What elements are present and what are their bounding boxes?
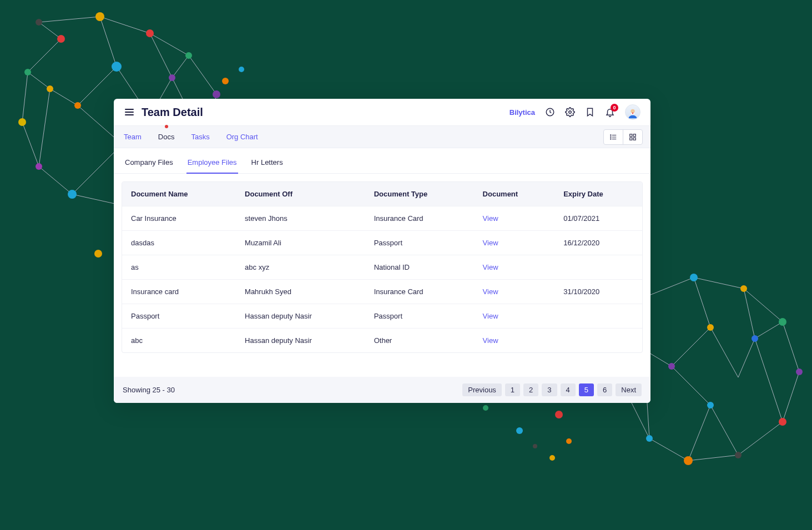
notification-badge: 0 bbox=[611, 104, 618, 112]
svg-rect-46 bbox=[633, 134, 636, 136]
svg-point-44 bbox=[611, 138, 611, 139]
table-cell bbox=[554, 329, 642, 353]
svg-point-36 bbox=[569, 111, 572, 114]
table-cell bbox=[554, 304, 642, 329]
svg-point-22 bbox=[796, 369, 803, 375]
column-header: Document Name bbox=[122, 182, 236, 206]
table-cell: 16/12/2020 bbox=[554, 231, 642, 255]
page-next-button[interactable]: Next bbox=[616, 383, 642, 396]
nav-tab-docs[interactable]: Docs bbox=[156, 126, 177, 148]
subtab-company-files[interactable]: Company Files bbox=[124, 155, 174, 173]
table-cell: Mahrukh Syed bbox=[236, 280, 365, 304]
table-row: PassportHassan deputy NasirPassportView bbox=[122, 304, 642, 329]
svg-rect-47 bbox=[630, 138, 632, 140]
svg-point-0 bbox=[95, 12, 104, 21]
content-area: Document NameDocument OffDocument TypeDo… bbox=[114, 174, 650, 377]
table-cell: Muzamil Ali bbox=[236, 231, 365, 255]
svg-point-26 bbox=[646, 435, 653, 442]
avatar[interactable] bbox=[625, 104, 640, 120]
svg-point-43 bbox=[611, 137, 611, 137]
table-cell: Hassan deputy Nasir bbox=[236, 329, 365, 353]
svg-point-2 bbox=[185, 52, 192, 59]
nav-tab-org-chart[interactable]: Org Chart bbox=[224, 126, 260, 148]
svg-point-33 bbox=[707, 402, 714, 408]
bookmark-icon[interactable] bbox=[585, 107, 595, 117]
subtab-employee-files[interactable]: Employee Files bbox=[186, 155, 238, 173]
view-link[interactable]: View bbox=[483, 336, 498, 345]
page-prev-button[interactable]: Previous bbox=[462, 383, 502, 396]
table-cell: Passport bbox=[122, 304, 236, 329]
grid-view-icon[interactable] bbox=[623, 130, 642, 144]
table-cell: Insurance card bbox=[122, 280, 236, 304]
svg-point-37 bbox=[631, 109, 634, 113]
summary-text: Showing 25 - 30 bbox=[123, 386, 175, 394]
navbar: TeamDocsTasksOrg Chart bbox=[114, 125, 650, 148]
subtab-hr-letters[interactable]: Hr Letters bbox=[250, 155, 284, 173]
svg-point-30 bbox=[707, 324, 714, 331]
page-button-3[interactable]: 3 bbox=[542, 383, 557, 396]
svg-rect-48 bbox=[633, 138, 636, 140]
nav-tab-team[interactable]: Team bbox=[122, 126, 144, 148]
table-cell: Insurance Card bbox=[365, 206, 474, 231]
svg-point-25 bbox=[684, 456, 693, 465]
table-cell: steven Jhons bbox=[236, 206, 365, 231]
table-row: Insurance cardMahrukh SyedInsurance Card… bbox=[122, 280, 642, 304]
column-header: Document Off bbox=[236, 182, 365, 206]
table-row: abcHassan deputy NasirOtherView bbox=[122, 329, 642, 353]
table-cell: Passport bbox=[365, 231, 474, 255]
svg-point-13 bbox=[112, 62, 122, 72]
svg-point-14 bbox=[74, 102, 81, 109]
svg-point-3 bbox=[213, 90, 220, 98]
page-button-2[interactable]: 2 bbox=[523, 383, 538, 396]
view-link[interactable]: View bbox=[483, 214, 498, 223]
list-view-icon[interactable] bbox=[604, 130, 623, 144]
svg-point-8 bbox=[36, 163, 42, 170]
table-cell: 01/07/2021 bbox=[554, 206, 642, 231]
svg-point-10 bbox=[24, 69, 31, 75]
page-button-5[interactable]: 5 bbox=[579, 383, 594, 396]
page-button-6[interactable]: 6 bbox=[597, 383, 612, 396]
table-cell: Hassan deputy Nasir bbox=[236, 304, 365, 329]
column-header: Document bbox=[474, 182, 555, 206]
view-link[interactable]: View bbox=[483, 287, 498, 296]
page-title: Team Detail bbox=[142, 106, 203, 119]
table-footer: Showing 25 - 30 Previous123456Next bbox=[114, 377, 650, 403]
svg-rect-45 bbox=[630, 134, 632, 136]
svg-point-31 bbox=[752, 335, 758, 342]
table-cell: Car Insurance bbox=[122, 206, 236, 231]
table-cell: Other bbox=[365, 329, 474, 353]
menu-icon[interactable] bbox=[124, 107, 135, 118]
svg-point-11 bbox=[57, 35, 65, 43]
page-button-1[interactable]: 1 bbox=[505, 383, 520, 396]
column-header: Document Type bbox=[365, 182, 474, 206]
svg-point-32 bbox=[668, 363, 675, 370]
view-link[interactable]: View bbox=[483, 239, 498, 247]
topbar: Team Detail Bilytica 0 bbox=[114, 99, 650, 125]
table-cell: dasdas bbox=[122, 231, 236, 255]
view-link[interactable]: View bbox=[483, 312, 498, 320]
table-cell: 31/10/2020 bbox=[554, 280, 642, 304]
bell-icon[interactable]: 0 bbox=[605, 107, 615, 117]
table-cell: abc xyz bbox=[236, 255, 365, 280]
svg-point-23 bbox=[779, 418, 786, 426]
page-button-4[interactable]: 4 bbox=[561, 383, 576, 396]
clock-icon[interactable] bbox=[545, 107, 555, 117]
svg-point-42 bbox=[611, 134, 611, 135]
table-cell: abc bbox=[122, 329, 236, 353]
svg-point-19 bbox=[690, 274, 698, 281]
svg-point-12 bbox=[36, 19, 42, 26]
view-toggle bbox=[603, 129, 643, 145]
column-header: Expiry Date bbox=[554, 182, 642, 206]
documents-table: Document NameDocument OffDocument TypeDo… bbox=[122, 182, 642, 352]
brand-link[interactable]: Bilytica bbox=[510, 108, 535, 117]
app-window: Team Detail Bilytica 0 TeamDocsTasksOrg … bbox=[114, 99, 650, 403]
view-link[interactable]: View bbox=[483, 263, 498, 271]
nav-tab-tasks[interactable]: Tasks bbox=[189, 126, 211, 148]
svg-point-7 bbox=[68, 190, 77, 199]
svg-point-21 bbox=[779, 318, 786, 326]
table-cell: as bbox=[122, 255, 236, 280]
gear-icon[interactable] bbox=[565, 107, 575, 117]
table-cell bbox=[554, 255, 642, 280]
table-cell: National ID bbox=[365, 255, 474, 280]
subtabs: Company FilesEmployee FilesHr Letters bbox=[114, 148, 650, 174]
